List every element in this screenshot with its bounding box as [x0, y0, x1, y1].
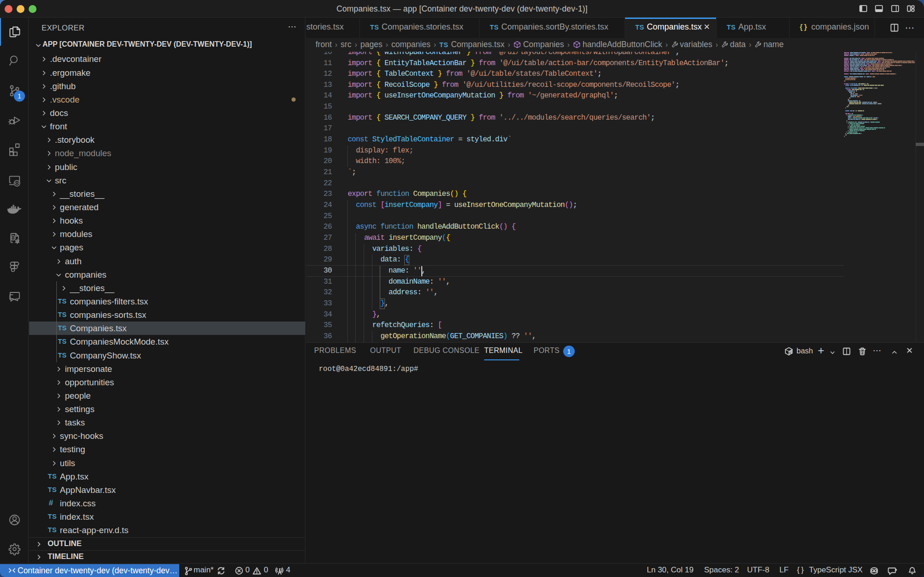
svg-text:$_: $_ [789, 352, 792, 355]
